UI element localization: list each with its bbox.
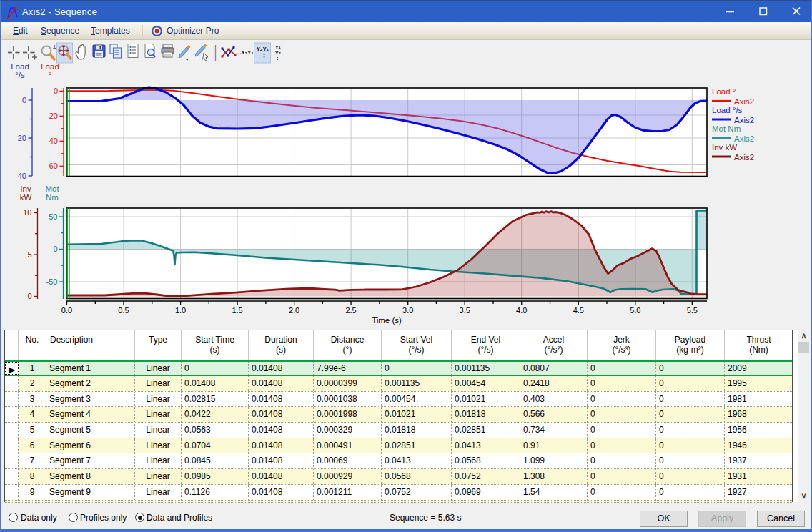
svg-text:Nm: Nm [46, 193, 59, 202]
svg-text:0: 0 [22, 96, 26, 104]
svg-text:Load: Load [41, 62, 59, 71]
svg-text:0.5: 0.5 [118, 306, 129, 315]
svg-text:2.5: 2.5 [345, 306, 356, 315]
svg-text:1.0: 1.0 [175, 306, 186, 315]
svg-text:0: 0 [27, 292, 31, 300]
svg-text:3.0: 3.0 [402, 306, 413, 315]
svg-text:3.5: 3.5 [460, 306, 470, 315]
svg-text:-20: -20 [15, 134, 26, 142]
svg-text:5: 5 [27, 250, 31, 259]
svg-text:Time (s): Time (s) [372, 316, 402, 325]
svg-text:Axis2: Axis2 [734, 134, 754, 143]
svg-text:5.5: 5.5 [687, 306, 698, 315]
svg-text:0.0: 0.0 [61, 306, 72, 315]
svg-text:4.0: 4.0 [516, 306, 527, 315]
svg-text:Load °/s: Load °/s [712, 106, 743, 114]
svg-text:-40: -40 [46, 137, 58, 145]
svg-text:Load °: Load ° [712, 87, 736, 96]
svg-text:5.0: 5.0 [630, 306, 640, 315]
svg-text:50: 50 [49, 212, 57, 221]
svg-text:-60: -60 [46, 162, 58, 170]
svg-text:0: 0 [54, 87, 58, 95]
svg-text:Mot: Mot [45, 184, 59, 193]
svg-text:Load: Load [11, 62, 29, 71]
svg-text:Inv: Inv [20, 184, 31, 193]
svg-text:Axis2: Axis2 [734, 153, 754, 162]
svg-text:10: 10 [23, 208, 31, 217]
svg-text:-40: -40 [15, 172, 26, 180]
svg-text:-50: -50 [46, 277, 58, 286]
svg-text:°/s: °/s [15, 71, 25, 79]
svg-text:0: 0 [53, 245, 57, 253]
svg-text:-20: -20 [46, 112, 58, 120]
svg-text:Mot Nm: Mot Nm [712, 124, 741, 133]
svg-text:kW: kW [20, 193, 32, 202]
svg-text:Inv kW: Inv kW [712, 143, 737, 152]
svg-text:°: ° [49, 71, 52, 79]
svg-text:Axis2: Axis2 [734, 97, 754, 106]
svg-text:1.5: 1.5 [232, 306, 242, 315]
svg-text:4.5: 4.5 [573, 306, 584, 315]
svg-text:2.0: 2.0 [289, 306, 299, 315]
svg-text:Axis2: Axis2 [734, 116, 754, 124]
